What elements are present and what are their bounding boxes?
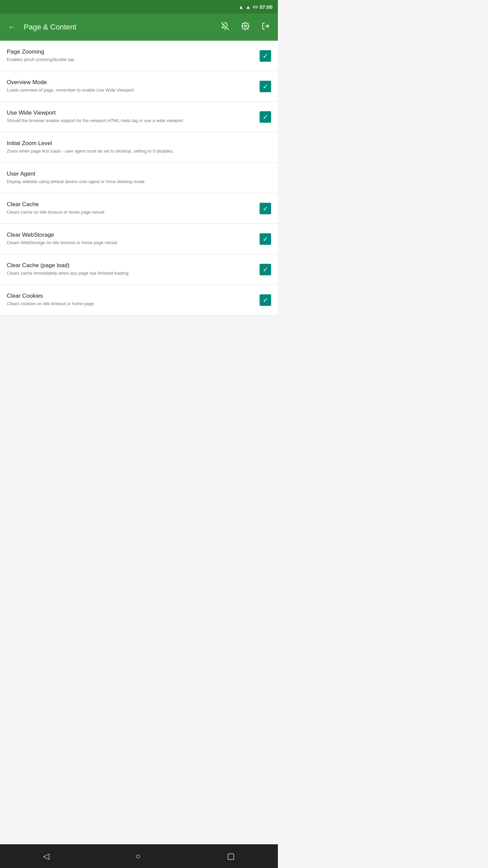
checkbox-clear-cache[interactable]: ✓	[260, 203, 271, 214]
settings-list: Page ZoomingEnables pinch zooming/double…	[0, 41, 278, 315]
checkmark-clear-webstorage: ✓	[263, 236, 268, 242]
svg-line-0	[221, 22, 229, 30]
battery-icon: ▭	[253, 4, 258, 10]
settings-item-use-wide-viewport[interactable]: Use Wide ViewportShould the browser enab…	[0, 102, 278, 132]
checkbox-clear-webstorage[interactable]: ✓	[260, 233, 271, 245]
settings-item-clear-cache[interactable]: Clear CacheClears cache on idle timeout …	[0, 193, 278, 224]
settings-item-clear-webstorage[interactable]: Clear WebStorageClears WebStorage on idl…	[0, 224, 278, 254]
item-title-clear-cookies: Clear Cookies	[7, 293, 254, 299]
svg-point-1	[244, 25, 246, 27]
checkbox-clear-cookies[interactable]: ✓	[260, 294, 271, 306]
checkmark-clear-cookies: ✓	[263, 297, 268, 303]
signal-icon: ▲	[246, 4, 251, 10]
settings-item-text-user-agent: User AgentDisplay website using default …	[7, 171, 271, 185]
item-desc-use-wide-viewport: Should the browser enable support for th…	[7, 118, 254, 124]
checkmark-clear-cache-page-load: ✓	[263, 266, 268, 273]
item-title-use-wide-viewport: Use Wide Viewport	[7, 110, 254, 116]
settings-item-text-clear-cache: Clear CacheClears cache on idle timeout …	[7, 201, 260, 215]
back-button[interactable]: ←	[5, 20, 18, 34]
item-title-user-agent: User Agent	[7, 171, 266, 177]
checkmark-clear-cache: ✓	[263, 205, 268, 212]
wifi-icon: ▲	[239, 4, 244, 10]
app-bar: ← Page & Content	[0, 14, 278, 41]
settings-item-clear-cookies[interactable]: Clear CookiesClears cookies on idle time…	[0, 285, 278, 315]
checkmark-page-zooming: ✓	[263, 53, 268, 59]
settings-item-page-zooming[interactable]: Page ZoomingEnables pinch zooming/double…	[0, 41, 278, 71]
item-desc-clear-cache: Clears cache on idle timeout or home pag…	[7, 209, 254, 215]
item-desc-clear-cookies: Clears cookies on idle timeout or home p…	[7, 301, 254, 307]
settings-item-text-overview-mode: Overview ModeLoads overview of page, rem…	[7, 79, 260, 93]
settings-item-text-use-wide-viewport: Use Wide ViewportShould the browser enab…	[7, 110, 260, 124]
settings-item-text-page-zooming: Page ZoomingEnables pinch zooming/double…	[7, 48, 260, 63]
item-desc-page-zooming: Enables pinch zooming/double tap	[7, 57, 254, 63]
settings-item-initial-zoom-level[interactable]: Initial Zoom LevelZoom when page first l…	[0, 132, 278, 163]
time-display: 07:00	[260, 4, 272, 10]
settings-item-text-clear-cookies: Clear CookiesClears cookies on idle time…	[7, 293, 260, 307]
settings-item-overview-mode[interactable]: Overview ModeLoads overview of page, rem…	[0, 71, 278, 102]
checkbox-use-wide-viewport[interactable]: ✓	[260, 111, 271, 123]
checkbox-overview-mode[interactable]: ✓	[260, 81, 271, 92]
checkmark-use-wide-viewport: ✓	[263, 114, 268, 120]
settings-item-text-clear-cache-page-load: Clear Cache (page load)Clears cache imme…	[7, 262, 260, 276]
settings-item-user-agent[interactable]: User AgentDisplay website using default …	[0, 163, 278, 193]
status-bar: ▲ ▲ ▭ 07:00	[0, 0, 278, 14]
settings-item-text-initial-zoom-level: Initial Zoom LevelZoom when page first l…	[7, 140, 271, 154]
app-bar-actions	[218, 19, 272, 35]
page-title: Page & Content	[24, 23, 218, 32]
item-title-initial-zoom-level: Initial Zoom Level	[7, 140, 266, 147]
item-desc-initial-zoom-level: Zoom when page first loads - user agent …	[7, 148, 266, 154]
settings-item-text-clear-webstorage: Clear WebStorageClears WebStorage on idl…	[7, 232, 260, 246]
item-title-clear-cache-page-load: Clear Cache (page load)	[7, 262, 254, 269]
settings-item-clear-cache-page-load[interactable]: Clear Cache (page load)Clears cache imme…	[0, 254, 278, 285]
item-title-clear-cache: Clear Cache	[7, 201, 254, 208]
item-desc-user-agent: Display website using default device use…	[7, 179, 266, 185]
notification-icon-button[interactable]	[218, 19, 232, 35]
settings-icon-button[interactable]	[239, 19, 252, 35]
status-icons: ▲ ▲ ▭ 07:00	[239, 4, 272, 10]
checkbox-page-zooming[interactable]: ✓	[260, 50, 271, 62]
item-title-page-zooming: Page Zooming	[7, 48, 254, 55]
checkmark-overview-mode: ✓	[263, 83, 268, 90]
item-title-overview-mode: Overview Mode	[7, 79, 254, 86]
item-desc-clear-webstorage: Clears WebStorage on idle timeout or hom…	[7, 240, 254, 246]
item-title-clear-webstorage: Clear WebStorage	[7, 232, 254, 238]
exit-icon-button[interactable]	[259, 19, 272, 35]
item-desc-clear-cache-page-load: Clears cache immediately when any page h…	[7, 270, 254, 276]
item-desc-overview-mode: Loads overview of page, remember to enab…	[7, 87, 254, 93]
checkbox-clear-cache-page-load[interactable]: ✓	[260, 264, 271, 275]
